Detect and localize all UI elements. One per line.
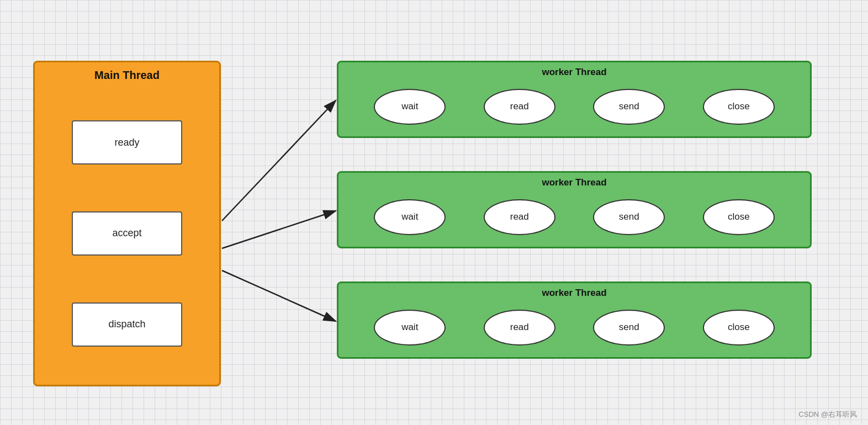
worker-thread-3-title: worker Thread <box>338 283 810 301</box>
worker-1-send: send <box>593 89 665 125</box>
worker-2-read: read <box>484 199 555 235</box>
worker-3-wait: wait <box>374 310 446 346</box>
worker-2-wait: wait <box>374 199 446 235</box>
worker-thread-1-title: worker Thread <box>338 62 810 80</box>
worker-3-read: read <box>484 310 555 346</box>
svg-line-1 <box>222 100 336 221</box>
main-thread-items: ready accept dispatch <box>35 86 219 381</box>
worker-3-send: send <box>593 310 665 346</box>
svg-line-3 <box>222 270 336 321</box>
main-item-accept: accept <box>72 211 182 256</box>
worker-thread-2-items: wait read send close <box>338 190 810 243</box>
worker-thread-3: worker Thread wait read send close <box>337 281 812 359</box>
main-thread-title: Main Thread <box>35 62 219 86</box>
svg-line-2 <box>222 211 336 248</box>
main-item-dispatch: dispatch <box>72 302 182 347</box>
diagram-container: Main Thread ready accept dispatch worker… <box>28 33 845 408</box>
worker-1-wait: wait <box>374 89 446 125</box>
worker-thread-2-title: worker Thread <box>338 173 810 190</box>
main-item-ready: ready <box>72 120 182 164</box>
worker-2-send: send <box>593 199 665 235</box>
worker-1-close: close <box>703 89 775 125</box>
worker-thread-3-items: wait read send close <box>338 301 810 354</box>
worker-thread-1-items: wait read send close <box>338 80 810 133</box>
worker-thread-2: worker Thread wait read send close <box>337 171 812 248</box>
watermark: CSDN @右耳听风 <box>798 410 857 419</box>
worker-thread-1: worker Thread wait read send close <box>337 61 812 138</box>
worker-3-close: close <box>703 310 775 346</box>
worker-1-read: read <box>484 89 555 125</box>
main-thread-box: Main Thread ready accept dispatch <box>33 61 221 386</box>
worker-2-close: close <box>703 199 775 235</box>
